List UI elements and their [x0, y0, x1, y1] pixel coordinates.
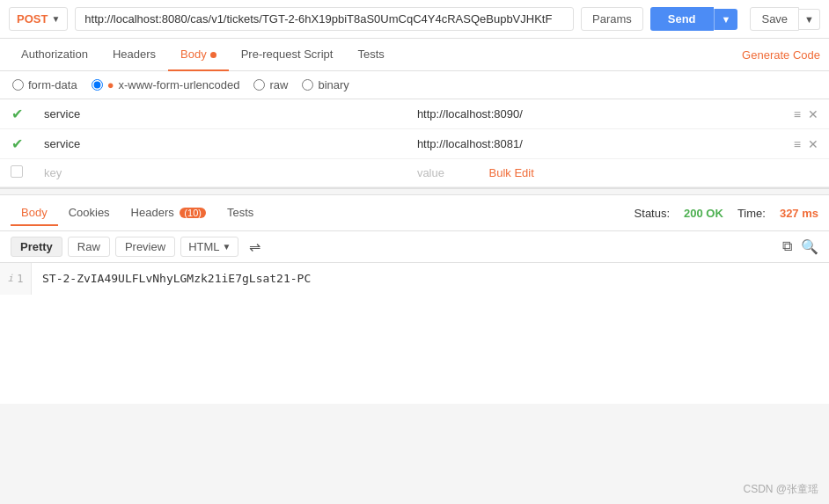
body-dot-indicator — [210, 52, 216, 58]
table-row: ✔ service http://localhost:8090/ ≡ ✕ — [0, 99, 829, 129]
tab-body[interactable]: Body — [168, 39, 229, 71]
row1-action-cell: ≡ ✕ — [780, 99, 829, 129]
save-dropdown-button[interactable]: ▼ — [799, 9, 820, 30]
top-bar: POST ▼ Params Send ▼ Save ▼ — [0, 0, 829, 39]
tab-headers[interactable]: Headers — [100, 39, 168, 71]
row1-key-cell[interactable]: service — [33, 99, 407, 129]
format-raw-button[interactable]: Raw — [68, 237, 110, 257]
method-label: POST — [17, 12, 48, 26]
row2-action-cell: ≡ ✕ — [780, 129, 829, 159]
form-table: ✔ service http://localhost:8090/ ≡ ✕ ✔ s… — [0, 99, 829, 187]
save-group: Save ▼ — [750, 7, 820, 31]
body-options: form-data ● x-www-form-urlencoded raw bi… — [0, 71, 829, 99]
x-www-dot-icon: ● — [107, 78, 114, 91]
request-section: Authorization Headers Body Pre-request S… — [0, 39, 829, 188]
wrap-icon[interactable]: ⇌ — [249, 238, 260, 255]
response-status-area: Status: 200 OK Time: 327 ms — [635, 207, 818, 220]
response-tab-nav: Body Cookies Headers (10) Tests Status: … — [0, 195, 829, 231]
language-label: HTML — [188, 240, 219, 253]
response-section: Body Cookies Headers (10) Tests Status: … — [0, 195, 829, 404]
tab-authorization[interactable]: Authorization — [9, 39, 100, 71]
response-content: ST-2-ZvIA49ULFLvNhyLGMzk21iE7gLsat21-PC — [32, 263, 321, 295]
time-value: 327 ms — [780, 207, 818, 220]
headers-tab-label: Headers — [131, 206, 178, 219]
row2-menu-icon[interactable]: ≡ — [794, 137, 801, 151]
params-button[interactable]: Params — [581, 7, 643, 31]
bulk-edit-button[interactable]: Bulk Edit — [489, 166, 534, 179]
response-tab-headers[interactable]: Headers (10) — [121, 201, 216, 226]
format-pretty-button[interactable]: Pretty — [11, 237, 62, 257]
status-value: 200 OK — [684, 207, 723, 220]
section-divider — [0, 188, 829, 195]
tab-tests[interactable]: Tests — [345, 39, 396, 71]
binary-option[interactable]: binary — [302, 78, 348, 91]
request-tab-nav: Authorization Headers Body Pre-request S… — [0, 39, 829, 71]
response-tab-body[interactable]: Body — [11, 201, 58, 226]
table-row-empty: key value Bulk Edit — [0, 159, 829, 187]
row2-close-icon[interactable]: ✕ — [808, 137, 818, 151]
response-body: i 1 ST-2-ZvIA49ULFLvNhyLGMzk21iE7gLsat21… — [0, 263, 829, 404]
row3-action-cell — [780, 159, 829, 187]
method-chevron-icon: ▼ — [51, 14, 60, 24]
row2-check-cell[interactable]: ✔ — [0, 129, 33, 159]
row2-key-cell[interactable]: service — [33, 129, 407, 159]
row3-value-cell[interactable]: value Bulk Edit — [407, 159, 780, 187]
time-label: Time: — [737, 207, 766, 220]
row3-check-empty-icon — [11, 165, 23, 178]
toolbar-right-icons: ⧉ 🔍 — [782, 238, 818, 255]
row1-close-icon[interactable]: ✕ — [808, 107, 818, 121]
send-button[interactable]: Send — [650, 7, 714, 31]
x-www-form-option[interactable]: ● x-www-form-urlencoded — [92, 78, 240, 91]
row1-menu-icon[interactable]: ≡ — [794, 107, 801, 121]
line-number-1: i 1 — [0, 270, 31, 288]
method-select[interactable]: POST ▼ — [9, 7, 68, 31]
copy-icon[interactable]: ⧉ — [782, 238, 792, 255]
language-chevron-icon: ▼ — [223, 242, 231, 252]
response-line-1: ST-2-ZvIA49ULFLvNhyLGMzk21iE7gLsat21-PC — [42, 270, 311, 288]
line-number-col: i 1 — [0, 263, 32, 295]
headers-count-badge: (10) — [180, 208, 206, 218]
table-row: ✔ service http://localhost:8081/ ≡ ✕ — [0, 129, 829, 159]
row3-key-cell[interactable]: key — [33, 159, 407, 187]
search-icon[interactable]: 🔍 — [801, 238, 818, 255]
response-tab-cookies[interactable]: Cookies — [58, 201, 121, 226]
raw-option[interactable]: raw — [253, 78, 288, 91]
generate-code-link[interactable]: Generate Code — [742, 40, 820, 70]
row1-check-icon: ✔ — [11, 106, 23, 121]
send-dropdown-button[interactable]: ▼ — [714, 9, 738, 30]
row2-check-icon: ✔ — [11, 136, 23, 151]
row2-value-cell[interactable]: http://localhost:8081/ — [407, 129, 780, 159]
row3-check-cell[interactable] — [0, 159, 33, 187]
tab-pre-request-script[interactable]: Pre-request Script — [229, 39, 346, 71]
status-label: Status: — [635, 207, 670, 220]
row1-check-cell[interactable]: ✔ — [0, 99, 33, 129]
response-tab-tests[interactable]: Tests — [216, 201, 264, 226]
row1-value-cell[interactable]: http://localhost:8090/ — [407, 99, 780, 129]
response-toolbar: Pretty Raw Preview HTML ▼ ⇌ ⧉ 🔍 — [0, 231, 829, 263]
language-select[interactable]: HTML ▼ — [180, 237, 238, 257]
save-button[interactable]: Save — [750, 7, 799, 31]
format-preview-button[interactable]: Preview — [115, 237, 175, 257]
form-data-option[interactable]: form-data — [12, 78, 77, 91]
url-input[interactable] — [75, 7, 574, 31]
send-group: Send ▼ — [650, 7, 738, 31]
